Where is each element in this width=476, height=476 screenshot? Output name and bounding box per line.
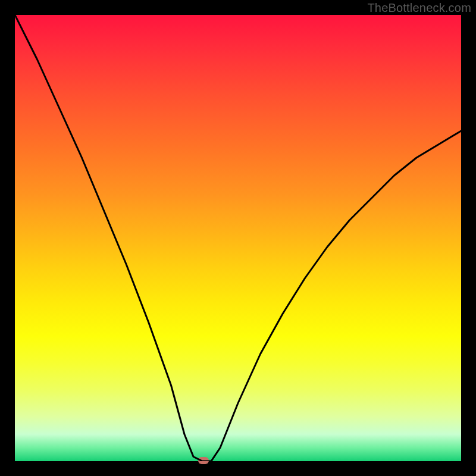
chart-container: TheBottleneck.com: [0, 0, 476, 476]
bottleneck-curve: [15, 15, 461, 461]
plot-area: [15, 15, 461, 461]
watermark-text: TheBottleneck.com: [367, 1, 471, 15]
